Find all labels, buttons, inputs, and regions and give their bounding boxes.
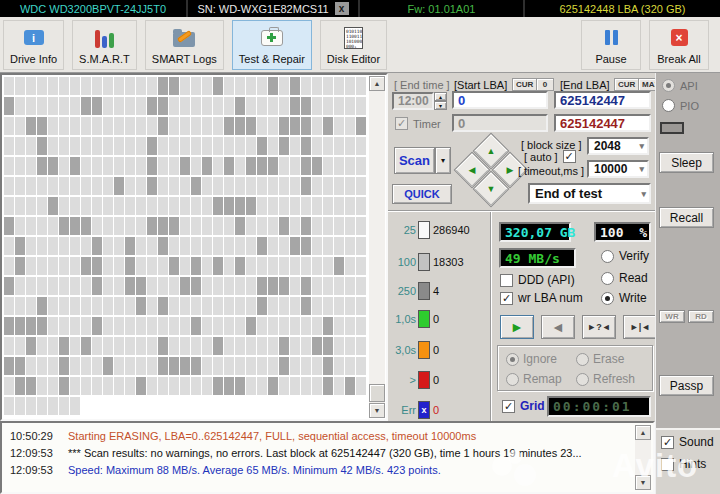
- scan-block: [334, 337, 344, 355]
- log-entry: 10:50:29Starting ERASING, LBA=0..6251424…: [2, 428, 653, 445]
- scroll-up-icon[interactable]: ▲: [635, 425, 651, 440]
- pio-radio[interactable]: [662, 99, 675, 112]
- drive-info-button[interactable]: i Drive Info: [3, 20, 64, 70]
- log-scrollbar[interactable]: ▲ ▼: [635, 425, 651, 490]
- scan-block: [59, 217, 69, 235]
- scan-block: [81, 317, 91, 335]
- back-button[interactable]: ◄: [541, 315, 575, 339]
- smart-button[interactable]: S.M.A.R.T: [72, 20, 137, 70]
- scanmap-scrollbar[interactable]: ▲ ▼: [369, 76, 385, 418]
- scan-block: [257, 97, 267, 115]
- wr-button[interactable]: WR: [659, 310, 685, 323]
- rd-button[interactable]: RD: [688, 310, 714, 323]
- scan-block: [4, 277, 14, 295]
- legend-count: 0: [433, 313, 439, 325]
- scan-block: [158, 257, 168, 275]
- write-radio[interactable]: [601, 292, 614, 305]
- start-lba-cur-button[interactable]: CUR: [512, 78, 537, 91]
- scan-block: [312, 117, 322, 135]
- seek-question-button[interactable]: ►?◄: [582, 315, 616, 339]
- scan-block: [334, 377, 344, 395]
- disk-editor-button[interactable]: 010110 110011 101000 000₁ Disk Editor: [320, 20, 387, 70]
- spin-down-icon[interactable]: ▾: [434, 101, 447, 110]
- read-radio[interactable]: [601, 272, 614, 285]
- scan-block: [202, 297, 212, 315]
- scan-block: [81, 117, 91, 135]
- scan-block: [213, 197, 223, 215]
- scroll-down-icon[interactable]: ▼: [369, 403, 385, 418]
- start-lba-zero-button[interactable]: 0: [536, 78, 554, 91]
- play-icon: ►: [510, 320, 524, 334]
- refresh-radio[interactable]: [576, 373, 589, 386]
- remap-radio[interactable]: [506, 373, 519, 386]
- back-icon: ◄: [551, 320, 565, 334]
- scan-block: [37, 197, 47, 215]
- end-time-spinner[interactable]: 12:00: [392, 92, 434, 110]
- scan-block: [4, 97, 14, 115]
- scan-block: [48, 177, 58, 195]
- scan-block: [356, 117, 366, 135]
- verify-radio[interactable]: [601, 250, 614, 263]
- scan-block: [257, 217, 267, 235]
- start-lba-secondary-input[interactable]: 0: [452, 114, 548, 132]
- end-lba-cur-button[interactable]: CUR: [614, 78, 639, 91]
- scan-block: [92, 197, 102, 215]
- scan-block: [26, 237, 36, 255]
- break-all-button[interactable]: × Break All: [649, 20, 709, 70]
- scan-block: [246, 97, 256, 115]
- scanmap-scroll-thumb[interactable]: [369, 384, 385, 402]
- hints-checkbox[interactable]: [661, 458, 674, 471]
- passp-button[interactable]: Passp: [659, 375, 714, 396]
- start-lba-input[interactable]: 0: [452, 91, 548, 109]
- recall-button[interactable]: Recall: [659, 207, 714, 228]
- seek-diamond-control: ▲ ▶ ▼ ◀: [461, 140, 521, 200]
- scan-block: [323, 277, 333, 295]
- scan-block: [158, 217, 168, 235]
- sleep-button[interactable]: Sleep: [659, 152, 714, 173]
- scan-block: [37, 217, 47, 235]
- scan-block: [136, 157, 146, 175]
- scan-block: [136, 377, 146, 395]
- start-scan-button[interactable]: ►: [500, 315, 534, 339]
- scan-block: [26, 257, 36, 275]
- spin-up-icon[interactable]: ▴: [434, 92, 447, 101]
- timeout-combo[interactable]: 10000 ▾: [587, 160, 649, 178]
- grid-checkbox[interactable]: ✓: [502, 400, 515, 413]
- api-radio[interactable]: [662, 79, 675, 92]
- timer-checkbox[interactable]: ✓: [395, 117, 408, 130]
- smart-logs-button[interactable]: SMART Logs: [145, 20, 224, 70]
- end-action-combo[interactable]: End of test ▾: [528, 183, 651, 204]
- scan-block: [180, 337, 190, 355]
- scan-block: [103, 277, 113, 295]
- ddd-checkbox[interactable]: [500, 274, 513, 287]
- scan-block: [114, 157, 124, 175]
- wr-lba-checkbox[interactable]: ✓: [500, 292, 513, 305]
- ignore-radio[interactable]: [506, 353, 519, 366]
- scroll-down-icon[interactable]: ▼: [635, 475, 651, 490]
- quick-button[interactable]: QUICK: [392, 184, 452, 204]
- seek-edge-button[interactable]: ►|◄: [623, 315, 657, 339]
- scan-block: [257, 297, 267, 315]
- scroll-up-icon[interactable]: ▲: [369, 76, 385, 91]
- scan-block: [356, 197, 366, 215]
- scan-block: [147, 377, 157, 395]
- end-lba-input[interactable]: 625142447: [554, 91, 651, 109]
- test-repair-button[interactable]: Test & Repair: [232, 20, 312, 70]
- sound-checkbox[interactable]: ✓: [661, 436, 674, 449]
- scan-button[interactable]: Scan: [394, 147, 435, 174]
- scan-dropdown-button[interactable]: ▾: [435, 147, 451, 174]
- end-time-spin-buttons[interactable]: ▴ ▾: [434, 92, 447, 110]
- scan-block: [158, 317, 168, 335]
- scan-block: [125, 297, 135, 315]
- end-lba-secondary-input[interactable]: 625142447: [554, 114, 651, 132]
- block-size-combo[interactable]: 2048 ▾: [587, 137, 649, 155]
- erase-radio[interactable]: [576, 353, 589, 366]
- remap-radio-row: Remap: [506, 372, 562, 386]
- close-tab-icon[interactable]: x: [335, 2, 349, 15]
- pause-button[interactable]: Pause: [581, 20, 641, 70]
- auto-checkbox[interactable]: ✓: [563, 150, 576, 163]
- scan-block: [356, 157, 366, 175]
- legend-label: 3,0s: [388, 344, 416, 356]
- scan-block: [246, 377, 256, 395]
- scan-block: [15, 397, 25, 415]
